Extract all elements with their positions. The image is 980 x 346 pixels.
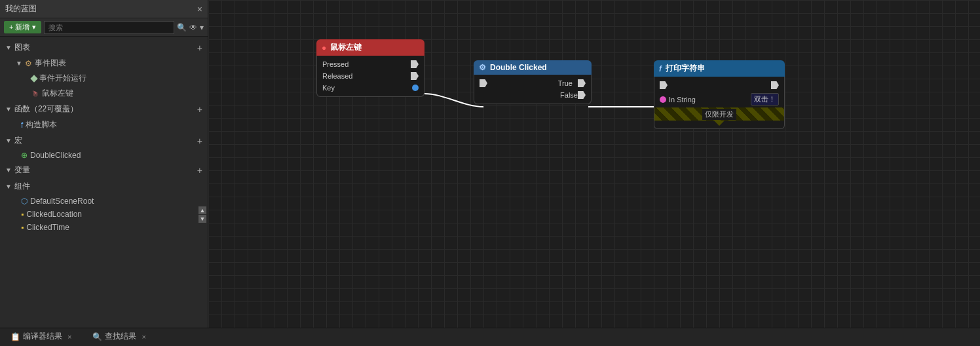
sidebar-item-construct-script[interactable]: f 构造脚本 xyxy=(10,117,208,132)
functions-items: f 构造脚本 xyxy=(0,117,208,132)
double-clicked-macro-icon: ⊕ xyxy=(21,151,28,160)
graphs-add-icon[interactable]: + xyxy=(197,43,202,53)
event-graphs-expand-icon: ▼ xyxy=(16,60,22,67)
components-items: ⬡ DefaultSceneRoot ▪ ClickedLocation ▲ ▼… xyxy=(0,195,208,234)
clicked-location-icon: ▪ xyxy=(21,210,24,219)
pin-in-string-connector xyxy=(660,96,666,103)
canvas-area[interactable]: ● 鼠标左键 Pressed Released Key xyxy=(208,0,980,328)
scroll-down-btn[interactable]: ▼ xyxy=(198,215,206,223)
pin-dc-true-label: True xyxy=(558,79,573,87)
variables-label: 变量 xyxy=(14,164,30,176)
add-new-button[interactable]: + 新增 ▾ xyxy=(4,21,41,33)
pin-released: Released xyxy=(317,70,424,82)
node-double-clicked-body: True False xyxy=(474,75,592,104)
clicked-time-icon: ▪ xyxy=(21,223,24,232)
pin-in-string-label: In String xyxy=(669,96,696,104)
pin-dc-false-label: False xyxy=(560,91,578,99)
tab-find-results[interactable]: 🔍 查找结果 × xyxy=(87,330,151,345)
sidebar: 我的蓝图 × + 新增 ▾ 🔍 👁 ▾ ▼ 图表 + ▼ xyxy=(0,0,208,328)
macros-label: 宏 xyxy=(14,135,22,146)
pin-dc-exec-in-connector xyxy=(480,79,487,87)
find-results-close[interactable]: × xyxy=(141,333,145,341)
variables-add-icon[interactable]: + xyxy=(197,165,202,176)
macros-add-icon[interactable]: + xyxy=(197,136,202,146)
node-double-clicked-icon: ⚙ xyxy=(479,63,486,72)
event-graphs-items: 事件开始运行 🖱 鼠标左键 xyxy=(10,71,208,101)
node-mouse-left-title: 鼠标左键 xyxy=(330,42,362,53)
pin-pressed-label: Pressed xyxy=(322,60,349,68)
functions-add-icon[interactable]: + xyxy=(197,104,202,115)
sidebar-item-begin-play[interactable]: 事件开始运行 xyxy=(21,71,208,86)
compiler-results-icon: 📋 xyxy=(10,332,20,341)
sidebar-section-variables[interactable]: ▼ 变量 + xyxy=(0,162,208,178)
clicked-time-label: ClickedTime xyxy=(26,223,69,232)
sidebar-item-event-graphs[interactable]: ▼ ⚙ 事件图表 xyxy=(10,56,208,71)
dev-only-label: 仅限开发 xyxy=(702,109,736,120)
dev-only-badge: 仅限开发 xyxy=(654,107,784,126)
pin-print-exec-in-connector xyxy=(660,81,668,89)
components-label: 组件 xyxy=(14,181,30,192)
node-double-clicked[interactable]: ⚙ Double Clicked True False xyxy=(474,60,592,104)
node-mouse-left-icon: ● xyxy=(322,43,326,52)
node-print-title: 打印字符串 xyxy=(666,63,705,74)
sidebar-toolbar: + 新增 ▾ 🔍 👁 ▾ xyxy=(0,18,208,37)
event-graphs-label: 事件图表 xyxy=(35,58,66,69)
sidebar-item-clicked-location[interactable]: ▪ ClickedLocation ▲ ▼ xyxy=(10,208,208,221)
bottom-bar: 📋 编译器结果 × 🔍 查找结果 × xyxy=(0,328,980,346)
pin-key-label: Key xyxy=(322,84,335,92)
search-icon[interactable]: 🔍 xyxy=(177,23,187,32)
node-mouse-left-header: ● 鼠标左键 xyxy=(316,39,424,56)
pin-print-exec xyxy=(654,79,784,91)
node-double-clicked-header: ⚙ Double Clicked xyxy=(474,60,592,75)
node-print-string[interactable]: f 打印字符串 In String 双击！ 仅限开发 xyxy=(654,60,785,129)
sidebar-close-button[interactable]: × xyxy=(197,4,202,14)
search-input[interactable] xyxy=(44,21,174,34)
begin-play-label: 事件开始运行 xyxy=(39,73,86,84)
eye-icon[interactable]: 👁 xyxy=(189,23,197,32)
pin-dc-exec-in: True xyxy=(474,77,591,89)
node-mouse-left-key[interactable]: ● 鼠标左键 Pressed Released Key xyxy=(316,39,424,97)
pin-print-exec-out-connector xyxy=(771,81,779,89)
variables-expand-icon: ▼ xyxy=(5,166,12,174)
event-graphs-icon: ⚙ xyxy=(25,59,32,68)
main-area: 我的蓝图 × + 新增 ▾ 🔍 👁 ▾ ▼ 图表 + ▼ xyxy=(0,0,980,328)
sidebar-section-graphs[interactable]: ▼ 图表 + xyxy=(0,39,208,56)
sidebar-title: 我的蓝图 xyxy=(5,3,37,14)
default-scene-root-label: DefaultSceneRoot xyxy=(30,197,94,206)
functions-expand-icon: ▼ xyxy=(5,106,12,113)
node-double-clicked-title: Double Clicked xyxy=(490,63,547,72)
scroll-up-btn[interactable]: ▲ xyxy=(198,206,206,214)
pin-key-connector xyxy=(412,85,419,91)
begin-play-icon xyxy=(30,75,37,82)
dropdown-icon[interactable]: ▾ xyxy=(200,23,204,32)
pin-in-string: In String 双击！ xyxy=(654,91,784,107)
pin-dc-true-connector xyxy=(578,79,586,87)
sidebar-item-double-clicked[interactable]: ⊕ DoubleClicked xyxy=(10,149,208,162)
node-print-body: In String 双击！ 仅限开发 xyxy=(654,77,785,129)
sidebar-item-mouse-left[interactable]: 🖱 鼠标左键 xyxy=(21,86,208,101)
compiler-results-label: 编译器结果 xyxy=(23,331,62,342)
compiler-results-close[interactable]: × xyxy=(67,333,71,341)
sidebar-item-clicked-time[interactable]: ▪ ClickedTime xyxy=(10,221,208,234)
pin-pressed: Pressed xyxy=(317,58,424,70)
mouse-left-icon: 🖱 xyxy=(31,89,39,98)
node-print-icon: f xyxy=(659,64,662,73)
pin-dc-false-connector xyxy=(578,91,586,99)
sidebar-item-default-scene-root[interactable]: ⬡ DefaultSceneRoot xyxy=(10,195,208,208)
macros-items: ⊕ DoubleClicked xyxy=(0,149,208,162)
graphs-items: ▼ ⚙ 事件图表 事件开始运行 🖱 鼠标左键 xyxy=(0,56,208,101)
sidebar-section-components[interactable]: ▼ 组件 xyxy=(0,178,208,195)
sidebar-section-functions[interactable]: ▼ 函数（22可覆盖） + xyxy=(0,101,208,117)
tab-compiler-results[interactable]: 📋 编译器结果 × xyxy=(5,330,77,345)
pin-released-label: Released xyxy=(322,72,352,80)
pin-pressed-connector xyxy=(411,60,419,68)
node-print-header: f 打印字符串 xyxy=(654,60,785,77)
pin-in-string-value: 双击！ xyxy=(751,93,779,106)
clicked-location-label: ClickedLocation xyxy=(26,210,82,219)
pin-key: Key xyxy=(317,82,424,94)
mouse-left-label: 鼠标左键 xyxy=(42,88,73,99)
graphs-label: 图表 xyxy=(14,42,30,53)
sidebar-section-macros[interactable]: ▼ 宏 + xyxy=(0,132,208,149)
dev-only-arrow xyxy=(714,121,725,126)
node-mouse-left-body: Pressed Released Key xyxy=(316,56,424,97)
